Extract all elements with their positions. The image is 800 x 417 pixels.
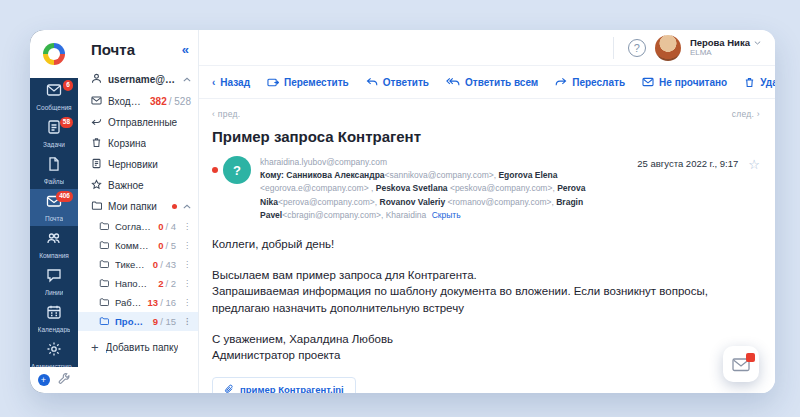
custom-folder[interactable]: Согласование догов... 0/ 4 ⋮ xyxy=(78,217,198,236)
hide-recipients-link[interactable]: Скрыть xyxy=(432,210,461,220)
messages-badge: 6 xyxy=(63,80,73,91)
folder-label: Входящие xyxy=(108,96,144,107)
gear-icon xyxy=(46,341,62,361)
custom-folder-selected[interactable]: Проект ТрансАтла... 9/ 15 ⋮ xyxy=(78,312,198,331)
mail-notification-widget[interactable] xyxy=(723,346,759,382)
folder-menu-icon[interactable]: ⋮ xyxy=(183,222,191,231)
unread-count: 9 xyxy=(153,316,158,327)
chevron-left-icon: ‹ xyxy=(212,77,215,88)
folder-drafts[interactable]: Черновики xyxy=(78,154,198,175)
collapse-sidebar-icon[interactable]: « xyxy=(182,42,189,57)
body-signature: С уважением, Харалдина ЛюбовьАдминистрат… xyxy=(212,331,760,364)
mail-reading-pane: ‹ пред. след. › Пример запроса Контраген… xyxy=(199,100,775,393)
folder-menu-icon[interactable]: ⋮ xyxy=(183,279,191,288)
tasks-badge: 58 xyxy=(60,117,73,128)
recipient-name: Peskova Svetlana xyxy=(376,183,448,193)
chevron-down-icon xyxy=(754,41,761,45)
rail-footer: + xyxy=(30,367,78,393)
reply-button[interactable]: Ответить xyxy=(366,77,429,88)
reply-all-button[interactable]: Ответить всем xyxy=(446,77,538,88)
to-label: Кому: xyxy=(260,170,284,180)
settings-wrench-icon[interactable] xyxy=(58,371,71,389)
folder-label: Черновики xyxy=(108,159,158,170)
back-button[interactable]: ‹Назад xyxy=(212,77,250,88)
custom-folder[interactable]: Напоминание кален... 2/ 2 ⋮ xyxy=(78,274,198,293)
reply-all-icon xyxy=(446,77,460,87)
user-avatar[interactable] xyxy=(655,35,681,61)
add-folder-label: Добавить папку xyxy=(106,342,179,353)
sidebar-title: Почта xyxy=(91,41,135,58)
favorite-star-icon[interactable]: ☆ xyxy=(748,158,760,171)
app-window: 6 Сообщения 58 Задачи Файлы 406 Почта Ко… xyxy=(30,30,775,393)
help-button[interactable]: ? xyxy=(628,39,646,57)
total-count: / 2 xyxy=(165,278,176,289)
custom-folder[interactable]: Рабочие рассылки... 13/ 16 ⋮ xyxy=(78,293,198,312)
sender-avatar: ? xyxy=(223,156,251,184)
sent-icon xyxy=(91,116,102,129)
recipient-email: <perova@company.com>, xyxy=(278,197,380,207)
move-icon xyxy=(267,77,279,88)
integration-icon[interactable]: + xyxy=(38,374,50,386)
unread-count: 13 xyxy=(148,297,159,308)
attachment-chip[interactable]: пример Контрагент.ini xyxy=(212,377,356,393)
custom-folder[interactable]: Комментарии figma... 0/ 5 ⋮ xyxy=(78,236,198,255)
elma-logo-ring xyxy=(43,43,65,65)
folder-menu-icon[interactable]: ⋮ xyxy=(183,260,191,269)
folder-icon xyxy=(99,259,109,271)
message-date: 25 августа 2022 г., 9:17 xyxy=(637,158,738,169)
attachment-name: пример Контрагент.ini xyxy=(240,384,344,393)
folder-trash[interactable]: Корзина xyxy=(78,133,198,154)
chevron-up-icon xyxy=(183,77,191,82)
body-paragraph: Высылаем вам пример запроса для Контраге… xyxy=(212,267,760,317)
mail-badge: 406 xyxy=(56,191,73,202)
custom-folder[interactable]: Тикеты требуют ан... 0/ 43 ⋮ xyxy=(78,255,198,274)
my-folders-label: Мои папки xyxy=(108,201,157,212)
add-folder-button[interactable]: + Добавить папку xyxy=(78,334,198,360)
rail-item-company[interactable]: Компания xyxy=(30,226,78,263)
mail-toolbar: ‹Назад Переместить Ответить Ответить все… xyxy=(199,66,775,99)
message-header: ? kharaidina.lyubov@company.com Кому: Са… xyxy=(212,156,760,222)
rail-item-mail[interactable]: 406 Почта xyxy=(30,189,78,226)
rail-item-files[interactable]: Файлы xyxy=(30,152,78,189)
rail-item-messages[interactable]: 6 Сообщения xyxy=(30,78,78,115)
main-panel: ? Перова Ника ELMA ‹Назад Переместить От… xyxy=(199,30,775,393)
star-icon xyxy=(91,179,102,192)
account-selector[interactable]: username@yandex.ru xyxy=(78,68,198,91)
folder-menu-icon[interactable]: ⋮ xyxy=(183,241,191,250)
rail-item-calendar[interactable]: Календарь xyxy=(30,300,78,337)
company-icon xyxy=(46,230,62,250)
folder-sent[interactable]: Отправленные xyxy=(78,112,198,133)
recipient-email: <sannikova@company.com>, xyxy=(385,170,499,180)
rail-item-label: Компания xyxy=(39,252,69,259)
folder-inbox[interactable]: Входящие 382/ 528 xyxy=(78,91,198,112)
rail-item-tasks[interactable]: 58 Задачи xyxy=(30,115,78,152)
total-count: / 15 xyxy=(160,316,176,327)
reply-icon xyxy=(366,77,378,87)
elma-logo[interactable] xyxy=(30,30,78,78)
total-count: / 16 xyxy=(160,297,176,308)
folder-icon xyxy=(99,278,109,290)
notification-badge xyxy=(746,353,755,362)
files-icon xyxy=(46,156,62,176)
forward-button[interactable]: Переслать xyxy=(555,77,625,88)
folder-menu-icon[interactable]: ⋮ xyxy=(183,317,191,326)
folder-important[interactable]: Важное xyxy=(78,175,198,196)
rail-item-label: Линии xyxy=(45,289,64,296)
user-menu[interactable]: Перова Ника ELMA xyxy=(690,37,761,59)
folder-label: Согласование догов... xyxy=(115,221,152,232)
folder-icon xyxy=(99,221,109,233)
prev-message-link[interactable]: ‹ пред. xyxy=(212,109,240,119)
rail-item-label: Сообщения xyxy=(36,104,71,111)
unread-count: 0 xyxy=(153,259,158,270)
mark-unread-button[interactable]: Не прочитано xyxy=(642,77,727,88)
rail-item-lines[interactable]: Линии xyxy=(30,263,78,300)
move-button[interactable]: Переместить xyxy=(267,77,349,88)
paperclip-icon xyxy=(224,384,234,393)
my-folders-group[interactable]: Мои папки xyxy=(78,196,198,217)
folder-menu-icon[interactable]: ⋮ xyxy=(183,298,191,307)
next-message-link[interactable]: след. › xyxy=(732,109,760,119)
folder-label: Тикеты требуют ан... xyxy=(115,259,147,270)
rail-item-label: Файлы xyxy=(44,178,65,185)
delete-button[interactable]: Удалить xyxy=(744,77,775,88)
chat-icon xyxy=(46,267,62,287)
